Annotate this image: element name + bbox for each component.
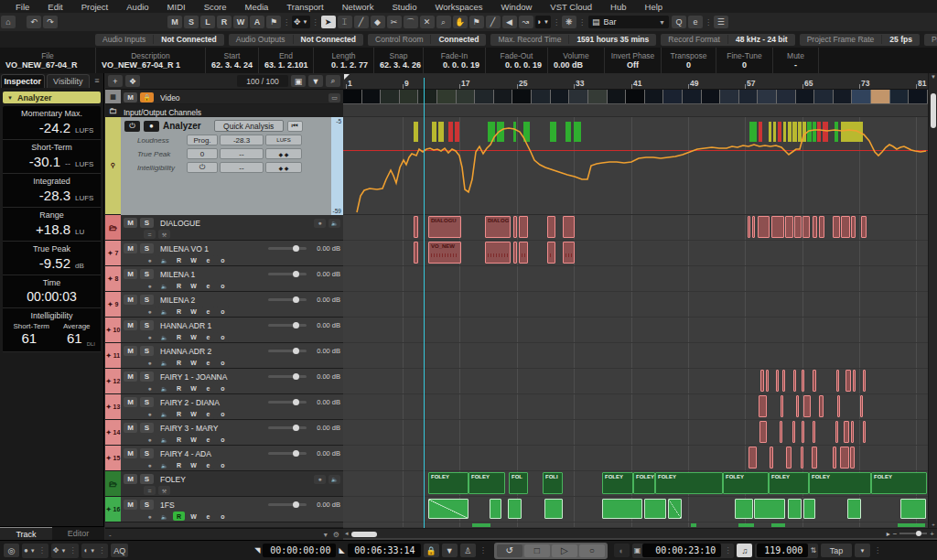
button-r[interactable]: R [173, 435, 185, 444]
mute-button[interactable]: M [124, 243, 137, 253]
audio-event[interactable]: DIALOG [485, 216, 511, 238]
volume-slider[interactable] [268, 426, 307, 429]
button-r[interactable]: R [173, 358, 185, 367]
solo-button[interactable]: S [140, 372, 154, 382]
record-icon[interactable]: ● [314, 219, 326, 228]
state-button-s[interactable]: S [184, 16, 199, 28]
gear-icon[interactable]: ⚙ [333, 531, 339, 539]
record-icon[interactable]: ● [144, 307, 156, 316]
record-icon[interactable]: ● [144, 332, 156, 341]
audio-event[interactable] [803, 499, 815, 519]
monitor-icon[interactable]: 🔈 [158, 281, 170, 290]
align-button[interactable]: ☰ [714, 16, 728, 28]
left-locator-time[interactable]: 00:00:00:00 [263, 544, 336, 557]
record-icon[interactable]: ● [144, 383, 156, 393]
track-milena-2[interactable]: ✦9MSMILENA 20.00 dB●🔈RWeo [105, 292, 343, 318]
track-fairy-3-mary[interactable]: ✦14MSFAIRY 3 - MARY0.00 dB●🔈RWeo [105, 420, 343, 446]
mute-button[interactable]: M [124, 295, 137, 305]
track-io-channels[interactable]: 🗀Input/Output Channels [105, 104, 343, 117]
audio-event[interactable] [513, 242, 517, 264]
audio-event[interactable] [796, 395, 799, 417]
monitor-icon[interactable]: 🔈 [328, 475, 340, 484]
tempo-spinner[interactable]: ⇅ [810, 546, 816, 555]
audio-event[interactable] [833, 216, 840, 238]
audio-event[interactable] [851, 421, 854, 443]
vertical-scroll-thumb[interactable] [931, 93, 936, 128]
power-button[interactable]: ⏻ [124, 121, 140, 132]
snap-button[interactable]: ❋ [562, 16, 576, 28]
record-icon[interactable]: ● [144, 435, 156, 444]
folder-event[interactable]: FOLEY [428, 472, 468, 494]
record-button[interactable]: ○ [579, 544, 605, 557]
lock-icon[interactable]: 🔒 [140, 92, 154, 102]
quick-analysis-button[interactable]: Quick Analysis [214, 120, 284, 132]
folder-event[interactable]: FOLEY [602, 472, 633, 494]
audio-event[interactable] [780, 421, 782, 443]
audio-event[interactable] [819, 216, 824, 238]
audio-event[interactable] [781, 395, 783, 417]
audio-event[interactable] [771, 523, 785, 527]
button-e[interactable]: e [202, 358, 214, 367]
redo-button[interactable]: ↷ [43, 16, 58, 28]
track-milena-vo-1[interactable]: ✦7MSMILENA VO 10.00 dB●🔈RWeo [105, 241, 343, 266]
audio-event[interactable] [802, 421, 804, 443]
marker-tool[interactable]: ⚑ [469, 16, 484, 28]
filter-icon[interactable]: ▼ [308, 75, 323, 87]
audio-event[interactable] [508, 499, 522, 519]
button-e[interactable]: e [202, 281, 214, 290]
volume-slider[interactable] [268, 401, 307, 404]
button-w[interactable]: W [188, 358, 199, 367]
group-edit-icon[interactable]: = [144, 230, 156, 239]
audio-event[interactable] [841, 216, 850, 238]
audio-event[interactable] [793, 370, 796, 392]
folder-event[interactable]: FOLEY [655, 472, 723, 494]
audio-quantize-button[interactable]: AQ [111, 544, 128, 557]
vertical-scrollbar[interactable]: ▼ + [928, 73, 937, 528]
volume-slider[interactable] [268, 452, 307, 455]
track-hanna-adr-2[interactable]: ✦11MSHANNA ADR 20.00 dB●🔈RWeo [105, 343, 343, 369]
audio-event[interactable] [414, 216, 418, 238]
audio-event[interactable] [513, 216, 517, 238]
button-o[interactable]: o [217, 281, 229, 290]
audio-event[interactable] [428, 499, 468, 519]
time-format-icon[interactable]: ▣ [634, 546, 641, 555]
audio-event[interactable] [563, 216, 575, 238]
button-r[interactable]: R [173, 512, 185, 521]
button-r[interactable]: R [173, 383, 185, 393]
folder-event[interactable]: FOL [509, 472, 528, 494]
volume-slider[interactable] [268, 273, 307, 275]
volume-slider[interactable] [268, 324, 307, 327]
tempo-mode-dropdown[interactable]: ▼ [855, 544, 870, 557]
audio-event[interactable] [898, 523, 925, 527]
audio-event[interactable] [668, 499, 682, 519]
info-end[interactable]: End63. 1. 2.101 [259, 48, 314, 73]
button-o[interactable]: o [217, 460, 229, 469]
audio-event[interactable] [519, 216, 528, 238]
monitor-icon[interactable]: 🔈 [158, 435, 170, 444]
menu-vst-cloud[interactable]: VST Cloud [542, 2, 600, 12]
button-e[interactable]: e [202, 460, 214, 469]
analyzer-section-header[interactable]: ▼ Analyzer [3, 92, 101, 103]
info-description[interactable]: DescriptionVO_NEW_67-04_R 1 [96, 48, 206, 73]
play-button[interactable]: ▷ [552, 544, 577, 557]
state-button-a[interactable]: A [250, 16, 264, 28]
button-o[interactable]: o [217, 358, 229, 367]
volume-slider[interactable] [268, 375, 307, 378]
button-w[interactable]: W [188, 307, 199, 316]
button-r[interactable]: R [173, 307, 185, 316]
solo-button[interactable]: S [140, 243, 154, 253]
lock-icon[interactable]: 🔒 [424, 544, 439, 557]
hand-tool[interactable]: ✋ [453, 16, 468, 28]
audio-event[interactable] [738, 523, 754, 527]
audio-event[interactable] [801, 447, 803, 468]
menu-window[interactable]: Window [493, 2, 541, 12]
menu-audio[interactable]: Audio [118, 2, 156, 12]
button-r[interactable]: R [173, 255, 185, 264]
audio-event[interactable] [837, 395, 840, 417]
performer-icon[interactable]: ♙ [460, 544, 476, 557]
zoom-slider[interactable] [899, 533, 927, 534]
button-o[interactable]: o [217, 255, 229, 264]
button-w[interactable]: W [188, 281, 199, 290]
audio-event[interactable] [547, 242, 555, 264]
mute-button[interactable]: M [124, 92, 137, 102]
